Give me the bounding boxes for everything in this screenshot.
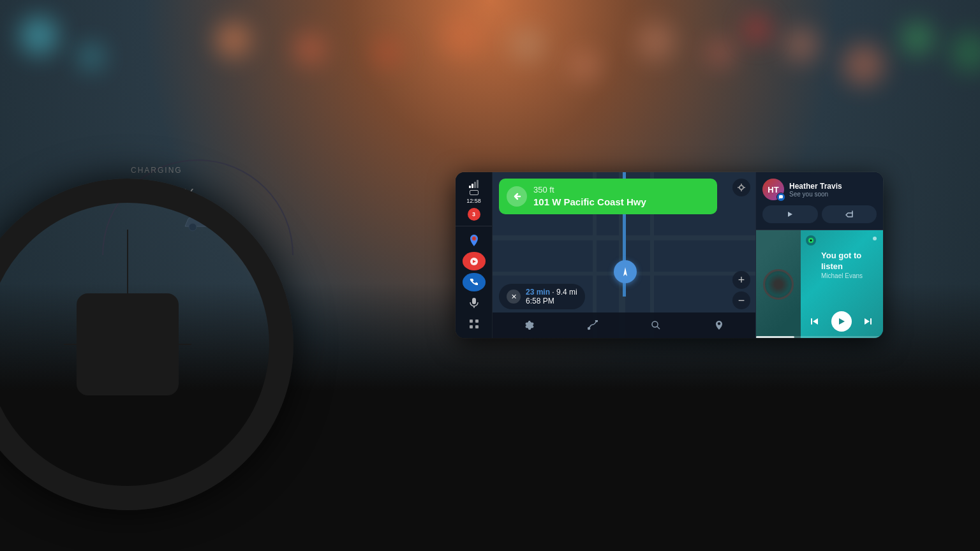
steering-spoke-horizontal xyxy=(64,344,191,345)
nav-distance: 350 ft xyxy=(533,185,646,196)
music-info: You got to listen Michael Evans xyxy=(806,237,877,279)
svg-line-17 xyxy=(657,327,660,329)
album-art-visual xyxy=(756,230,801,338)
notification-badge[interactable]: 3 xyxy=(468,208,480,221)
sidebar-icon-apps[interactable] xyxy=(463,314,486,333)
location-arrow xyxy=(614,260,637,283)
contact-name: Heather Travis xyxy=(789,182,877,191)
eta-close-button[interactable]: ✕ xyxy=(507,290,521,304)
music-play-button[interactable] xyxy=(831,311,852,332)
music-artist: Michael Evans xyxy=(821,272,877,279)
nav-street: 101 W Pacific Coast Hwy xyxy=(533,196,646,209)
settings-button[interactable] xyxy=(521,316,538,334)
svg-point-16 xyxy=(652,321,658,327)
contact-header: HT Heather Travis See you soon xyxy=(762,179,877,200)
music-next-button[interactable] xyxy=(859,312,877,330)
sidebar-icon-maps[interactable] xyxy=(463,231,486,250)
music-card: You got to listen Michael Evans xyxy=(756,230,883,338)
route-button[interactable] xyxy=(584,316,602,334)
turn-arrow-icon xyxy=(507,186,527,207)
eta-distance: 9.4 mi xyxy=(556,288,577,297)
album-art xyxy=(756,230,801,338)
right-panel: HT Heather Travis See you soon xyxy=(755,172,883,338)
svg-rect-6 xyxy=(475,320,479,323)
contact-play-button[interactable] xyxy=(762,205,818,223)
sidebar: 12:58 3 xyxy=(456,172,493,338)
svg-rect-8 xyxy=(475,325,479,328)
contact-reply-button[interactable] xyxy=(822,205,877,223)
nav-text: 350 ft 101 W Pacific Coast Hwy xyxy=(533,185,646,208)
music-progress-bar[interactable] xyxy=(756,336,883,338)
svg-rect-7 xyxy=(470,325,473,328)
zoom-in-button[interactable]: + xyxy=(732,271,750,289)
sidebar-icon-mic[interactable] xyxy=(463,294,486,312)
signal-bar-1 xyxy=(469,186,471,188)
svg-rect-3 xyxy=(472,298,476,304)
vinyl-disc xyxy=(763,269,794,300)
eta-card: ✕ 23 min · 9.4 mi 6:58 PM xyxy=(499,284,585,309)
status-time: 12:58 xyxy=(466,198,481,205)
svg-rect-21 xyxy=(870,318,872,325)
wifi-icon xyxy=(470,190,479,195)
message-badge xyxy=(776,193,785,202)
music-prev-button[interactable] xyxy=(806,312,824,330)
contact-info: Heather Travis See you soon xyxy=(789,182,877,198)
svg-point-9 xyxy=(739,186,743,189)
music-progress-fill xyxy=(756,336,794,338)
eta-duration: 23 min xyxy=(526,288,550,297)
music-title: You got to listen xyxy=(821,251,877,272)
android-auto-display: 12:58 3 xyxy=(456,172,883,338)
signal-bar-3 xyxy=(474,182,476,188)
signal-bar-2 xyxy=(471,184,473,188)
navigation-card: 350 ft 101 W Pacific Coast Hwy xyxy=(499,179,717,214)
status-bar: 12:58 3 xyxy=(456,177,492,226)
contact-card: HT Heather Travis See you soon xyxy=(756,172,883,230)
contact-avatar-initials: HT xyxy=(768,185,778,195)
signal-bar-4 xyxy=(477,180,479,188)
eta-arrival-time: 6:58 PM xyxy=(526,297,554,305)
destination-button[interactable] xyxy=(710,316,728,334)
charging-label: Charging xyxy=(131,166,182,175)
music-controls xyxy=(806,311,877,332)
location-center-button[interactable] xyxy=(732,179,750,196)
map-area: 350 ft 101 W Pacific Coast Hwy ✕ 23 min … xyxy=(493,172,755,338)
contact-message: See you soon xyxy=(789,191,877,198)
sidebar-icon-youtube-music[interactable] xyxy=(463,252,486,270)
eta-info: 23 min · 9.4 mi 6:58 PM xyxy=(526,288,577,305)
svg-rect-20 xyxy=(811,318,812,325)
map-toolbar xyxy=(493,312,755,338)
sidebar-icon-phone[interactable] xyxy=(463,273,486,291)
map-zoom-controls: + − xyxy=(732,271,750,309)
signal-bars xyxy=(469,180,479,188)
search-button[interactable] xyxy=(647,316,665,334)
svg-point-14 xyxy=(588,328,590,330)
svg-rect-5 xyxy=(470,320,473,323)
contact-avatar: HT xyxy=(762,179,784,200)
map-controls: + − xyxy=(732,179,750,309)
svg-point-15 xyxy=(595,320,597,322)
zoom-out-button[interactable]: − xyxy=(732,291,750,309)
contact-actions xyxy=(762,205,877,223)
